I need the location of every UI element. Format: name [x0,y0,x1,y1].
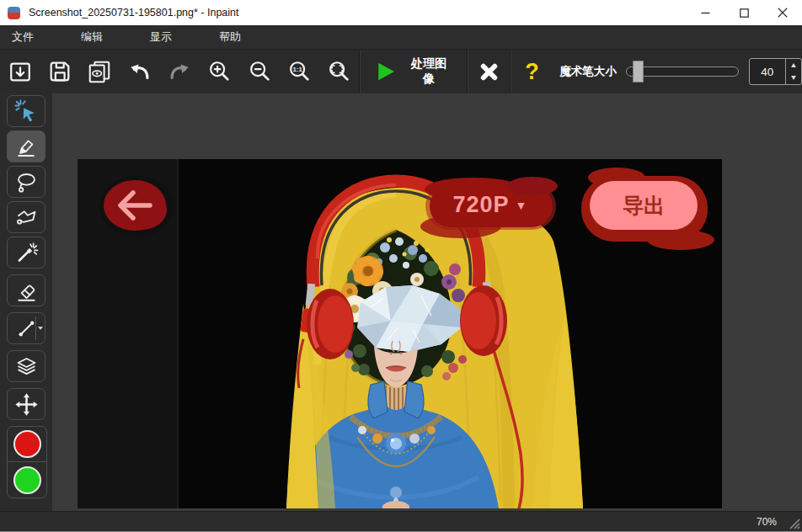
minimize-icon [701,8,710,18]
lasso-tool[interactable] [7,166,45,198]
crystal-mask [357,285,462,352]
marker-color-group [7,426,47,498]
back-arrow-icon [120,193,150,218]
spin-up-icon [791,63,796,67]
titlebar: Screenshot_20250731-195801.png* - Inpain… [0,0,802,25]
window-title: Screenshot_20250731-195801.png* - Inpain… [29,7,239,19]
move-tool[interactable] [7,388,45,420]
magic-pointer-icon [13,98,39,124]
marker-pen-icon [14,135,38,158]
menu-help[interactable]: 帮助 [207,29,276,45]
import-image-button[interactable] [0,52,40,91]
main-area: 720P▼ 导出 [0,93,802,511]
magic-pen-size-label: 魔术笔大小 [559,64,617,79]
redo-button[interactable] [159,52,199,91]
process-image-label: 处理图像 [406,56,452,87]
magic-pen-size-spinbox [749,58,802,85]
line-tool-dropdown[interactable] [35,317,44,340]
undo-button[interactable] [120,52,159,91]
menu-view[interactable]: 显示 [138,29,207,45]
app-icon [8,7,20,19]
resolution-label: 720P [453,192,510,217]
zoom-out-icon [247,59,272,84]
cancel-x-icon [478,61,500,83]
spinner-buttons [785,59,801,84]
zoom-fit-button[interactable] [319,52,359,91]
layers-tool[interactable] [7,350,45,382]
zoom-out-button[interactable] [239,52,279,91]
preview-compare-button[interactable] [80,52,120,91]
zoom-level-text: 70% [757,516,777,528]
resize-grip[interactable] [789,518,800,529]
magic-wand-icon [14,241,39,265]
lasso-icon [14,170,39,194]
red-marker-button[interactable] [8,427,46,462]
magic-wand-tool[interactable] [7,237,45,269]
menu-file[interactable]: 文件 [0,29,69,45]
redo-icon [167,59,192,84]
inpaint-window: Screenshot_20250731-195801.png* - Inpain… [0,0,802,532]
toolbar: 1:1 处理图像 ? 魔术笔大小 [0,50,802,93]
eraser-tool[interactable] [7,274,45,306]
magic-pen-size-input[interactable] [750,59,785,84]
zoom-fit-icon [326,59,351,84]
edited-image[interactable]: 720P▼ 导出 [78,159,722,508]
magic-pen-size-slider[interactable] [626,66,739,77]
minimize-button[interactable] [686,0,724,25]
spin-down-button[interactable] [786,72,801,84]
statusbar: 70% [0,511,802,531]
play-icon [375,61,397,82]
magic-select-tool[interactable] [7,95,45,127]
resolution-text: 720P▼ [431,192,549,218]
menubar: 文件 编辑 显示 帮助 [0,25,802,50]
maximize-button[interactable] [724,0,763,25]
back-arrow-mark [99,176,174,237]
slider-handle[interactable] [633,61,644,82]
window-controls [686,0,802,25]
undo-icon [127,59,152,84]
canvas-area[interactable]: 720P▼ 导出 [52,93,802,511]
close-button[interactable] [763,0,802,25]
polygon-lasso-icon [14,205,39,230]
move-icon [14,392,39,417]
process-image-button[interactable]: 处理图像 [361,52,467,91]
cancel-button[interactable] [468,52,510,91]
preview-compare-icon [87,59,112,84]
portrait-figure [286,181,583,508]
red-marker-swatch [13,430,41,458]
resolution-caret-icon: ▼ [516,199,528,212]
svg-text:1:1: 1:1 [293,66,303,73]
eraser-icon [14,279,39,303]
spin-down-icon [791,76,796,80]
save-button[interactable] [40,52,79,91]
import-icon [8,59,33,84]
polygon-lasso-tool[interactable] [7,201,45,233]
layers-icon [14,354,39,379]
close-icon [778,8,788,18]
zoom-in-button[interactable] [200,52,239,91]
marker-tool[interactable] [7,130,45,162]
green-marker-button[interactable] [8,462,46,497]
maximize-icon [740,8,749,18]
spin-up-button[interactable] [786,59,801,72]
menu-edit[interactable]: 编辑 [69,29,138,45]
chevron-down-icon [38,327,43,330]
zoom-actual-button[interactable]: 1:1 [279,52,318,91]
tool-sidebar [0,93,52,511]
export-text: 导出 [590,181,698,230]
line-icon [15,317,38,340]
help-button[interactable]: ? [511,52,553,91]
zoom-in-icon [206,59,232,84]
save-icon [47,59,72,84]
green-marker-swatch [13,466,41,494]
zoom-actual-icon: 1:1 [286,59,312,84]
line-tool[interactable] [7,312,45,344]
